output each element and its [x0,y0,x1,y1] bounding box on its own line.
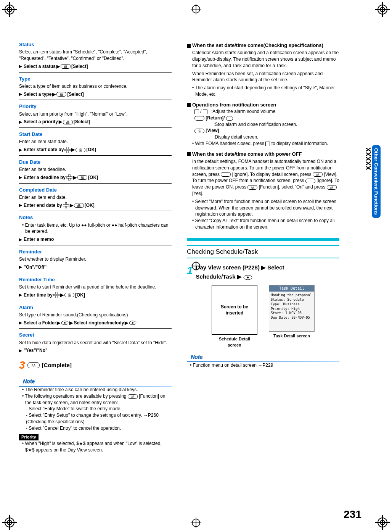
duedate-desc: Enter an item deadline. [19,166,172,173]
alarm-desc: Set type of Reminder sound.(Checking spe… [19,312,172,318]
priority-note: • When "High" is selected, $★$ appears a… [22,440,172,453]
remindertime-desc: Set time to start Reminder with a period… [19,284,172,290]
checking-schedule-title: Checking Schedule/Task [187,245,339,259]
dpad-icon [53,292,59,298]
svg-point-50 [132,322,133,324]
dpad-icon [64,147,71,153]
svg-text:品: 品 [81,176,84,179]
note-subitem: - Select "Cancel Entry" to cancel the op… [26,425,172,432]
type-title: Type [19,76,172,82]
softkey-icon: 品 [327,185,337,190]
svg-text:品: 品 [330,186,333,189]
h1-p1: Calendar Alarm starts sounding and a not… [192,50,339,69]
task-detail-box: Task Detail Handing the proposal Status:… [269,285,315,348]
note-label-2: Note [187,353,206,361]
remindertime-action: Enter time by ▶ 品 [OK] [19,292,172,298]
h3-p1: In the default settings, FOMA handset is… [192,158,339,197]
softkey-icon: 品 [64,293,74,297]
center-key-icon [243,275,252,280]
secret-desc: Set to hide data registered as secret an… [19,340,172,346]
op-line-3: 品 [View] [194,127,339,134]
op-line-2b: :Stop alarm and close notification scree… [214,121,339,128]
h1-p2: When Reminder has been set, a notificati… [192,71,339,84]
left-column: Status Select an item status from "Sched… [19,38,172,453]
center-key-icon [61,321,69,325]
op-line-1: / :Adjust the alarm sound volume. [194,108,339,115]
duedate-title: Due Date [19,159,172,166]
secret-title: Secret [19,332,172,339]
note-item: • The Reminder time also can be entered … [22,387,172,393]
svg-text:品: 品 [131,395,134,398]
side-tab-code: XXXXX [364,147,372,218]
step-3-number: 3 [19,358,25,372]
svg-text:品: 品 [79,148,82,152]
svg-rect-44 [53,294,59,296]
manual-page: Status Select an item status from "Sched… [0,0,392,532]
key-icon [203,110,207,114]
svg-text:品: 品 [60,93,63,96]
priority-action: Select a priority ▶ 品 [Select] [19,119,172,125]
h3-bullet-2: • Select "Copy All Text" from function m… [192,218,339,231]
complete-label: [Complete] [42,361,72,369]
remindertime-title: Reminder Time [19,276,172,283]
softkey-icon: 品 [247,185,257,190]
crosshair-icon [191,517,201,528]
notes-desc: • Enter task items, etc. Up to ●● full-p… [22,222,172,235]
svg-rect-55 [195,110,199,114]
step-1-text: Day View screen (P228) ▶ Select Schedule… [196,263,284,281]
crosshair-icon [191,4,201,15]
svg-rect-61 [266,142,270,146]
note-header: Note [19,378,172,387]
softkey-icon [221,172,231,177]
note-header-2: Note [187,353,339,362]
registration-mark-icon [2,515,17,530]
svg-text:品: 品 [68,293,71,297]
note-subitem: - Select "Entry Mode" to switch the entr… [26,406,172,412]
op-line-2: [Return]/ [194,115,339,121]
registration-mark-icon [375,2,390,17]
svg-text:品: 品 [32,363,35,368]
step-1: 1 Day View screen (P228) ▶ Select Schedu… [187,263,339,281]
type-desc: Select a type of item such as business o… [19,83,172,90]
secret-action: "Yes"/"No" [19,347,172,354]
status-desc: Select an item status from "Schedule", "… [19,49,172,62]
note-subitem: - Select "Entry Setup" to change the set… [26,412,172,425]
key-icon [265,142,270,146]
status-title: Status [19,41,172,48]
content-columns: Status Select an item status from "Sched… [19,38,373,453]
svg-rect-65 [305,179,315,183]
svg-text:品: 品 [66,121,69,124]
svg-point-71 [247,276,249,278]
schedule-detail-caption: Schedule Detail screen [212,336,257,348]
svg-rect-32 [64,149,71,151]
op-line-3b: :Display detail screen. [214,134,339,140]
screen-examples: Screen to be inserted Schedule Detail sc… [187,285,339,348]
svg-rect-58 [226,116,233,120]
status-action: Select a status ▶ 品 [Select] [19,63,172,70]
alarm-action: Select a Folder ▶ ▶ Select ringtone/melo… [19,320,172,326]
svg-rect-40 [63,205,69,206]
svg-rect-36 [66,177,72,178]
svg-rect-56 [203,110,207,114]
subheader-3: When the set date/time comes with power … [187,151,339,158]
note-label: Note [19,377,39,385]
softkey-icon: 品 [56,92,66,97]
screen-placeholder: Screen to be inserted [212,285,257,335]
svg-text:品: 品 [251,186,254,189]
svg-text:品: 品 [316,173,319,176]
duedate-action: Enter a deadline by ▶ 品 [OK] [19,174,172,181]
softkey-icon: 品 [74,203,84,208]
softkey-icon: 品 [63,120,73,124]
softkey-icon: 品 [76,148,85,152]
dpad-icon [66,174,72,181]
softkey-icon: 品 [128,394,138,399]
schedule-detail-box: Screen to be inserted Schedule Detail sc… [212,285,257,348]
h2-bullet: • With FOMA handset closed, press to dis… [192,140,339,147]
svg-point-48 [64,322,66,324]
completeddate-title: Completed Date [19,187,172,193]
registration-mark-icon [2,2,17,17]
softkey-icon: 品 [27,362,40,368]
type-action: Select a type ▶ 品 [Select] [19,91,172,98]
note-item-right: • Function menu on detail screen →P229 [190,362,339,369]
startdate-action: Enter start date by ▶ 品 [OK] [19,147,172,153]
